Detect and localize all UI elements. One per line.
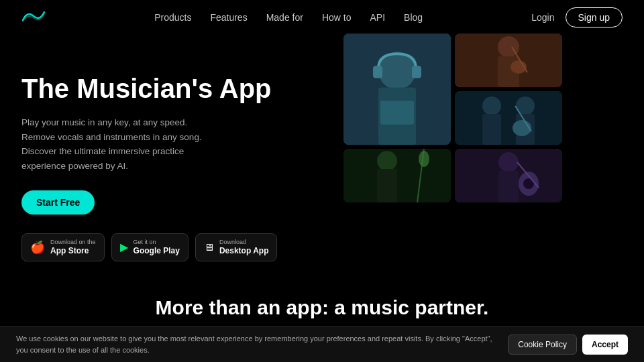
apple-icon: 🍎	[30, 241, 45, 253]
app-store-name: App Store	[50, 246, 96, 255]
google-play-icon: ▶	[120, 242, 128, 253]
nav-how-to[interactable]: How to	[322, 12, 352, 23]
svg-point-19	[377, 151, 397, 171]
cookie-banner: We use cookies on our website to give yo…	[0, 326, 644, 362]
svg-rect-25	[498, 171, 519, 202]
desktop-app-button[interactable]: 🖥 Download Desktop App	[195, 233, 278, 261]
google-play-button[interactable]: ▶ Get it on Google Play	[111, 233, 189, 261]
nav-blog[interactable]: Blog	[404, 12, 423, 23]
nav-right: Login Sign up	[531, 7, 623, 27]
svg-rect-4	[412, 66, 421, 78]
svg-rect-20	[377, 169, 397, 202]
download-buttons: 🍎 Download on the App Store ▶ Get it on …	[21, 233, 330, 261]
nav-api[interactable]: API	[370, 12, 385, 23]
logo[interactable]	[21, 8, 46, 27]
svg-rect-3	[373, 66, 382, 78]
desktop-name: Desktop App	[219, 246, 269, 255]
signup-button[interactable]: Sign up	[566, 7, 623, 27]
nav-features[interactable]: Features	[210, 12, 247, 23]
nav-links: Products Features Made for How to API Bl…	[154, 12, 423, 23]
hero-image-4	[343, 149, 451, 202]
cookie-policy-button[interactable]: Cookie Policy	[508, 335, 577, 355]
desktop-small-text: Download	[219, 239, 269, 246]
navbar: Products Features Made for How to API Bl…	[0, 0, 644, 35]
google-play-small-text: Get it on	[133, 239, 180, 246]
cookie-text: We use cookies on our website to give yo…	[16, 333, 497, 355]
app-store-button[interactable]: 🍎 Download on the App Store	[21, 233, 105, 261]
login-button[interactable]: Login	[531, 12, 554, 23]
hero-images	[343, 40, 623, 261]
hero-image-5	[455, 149, 562, 202]
hero-section: The Musician's App Play your music in an…	[0, 40, 644, 261]
svg-rect-11	[455, 91, 562, 145]
svg-point-22	[419, 151, 429, 167]
hero-description: Play your music in any key, at any speed…	[21, 115, 223, 173]
app-store-small-text: Download on the	[50, 239, 96, 246]
nav-products[interactable]: Products	[154, 12, 191, 23]
hero-image-3	[455, 91, 562, 145]
svg-rect-13	[482, 114, 501, 145]
hero-image-2	[455, 34, 562, 87]
svg-rect-5	[380, 101, 414, 125]
image-grid	[343, 34, 623, 202]
svg-point-12	[482, 97, 501, 115]
desktop-icon: 🖥	[204, 242, 214, 252]
start-free-button[interactable]: Start Free	[21, 190, 95, 215]
cookie-buttons: Cookie Policy Accept	[508, 335, 628, 355]
nav-made-for[interactable]: Made for	[266, 12, 303, 23]
hero-left: The Musician's App Play your music in an…	[21, 40, 330, 261]
hero-title: The Musician's App	[21, 74, 330, 103]
hero-image-1	[343, 34, 451, 145]
google-play-name: Google Play	[133, 246, 180, 255]
svg-point-24	[498, 152, 519, 172]
section2-title: More than an app: a music partner.	[0, 296, 644, 319]
cookie-accept-button[interactable]: Accept	[582, 335, 628, 355]
